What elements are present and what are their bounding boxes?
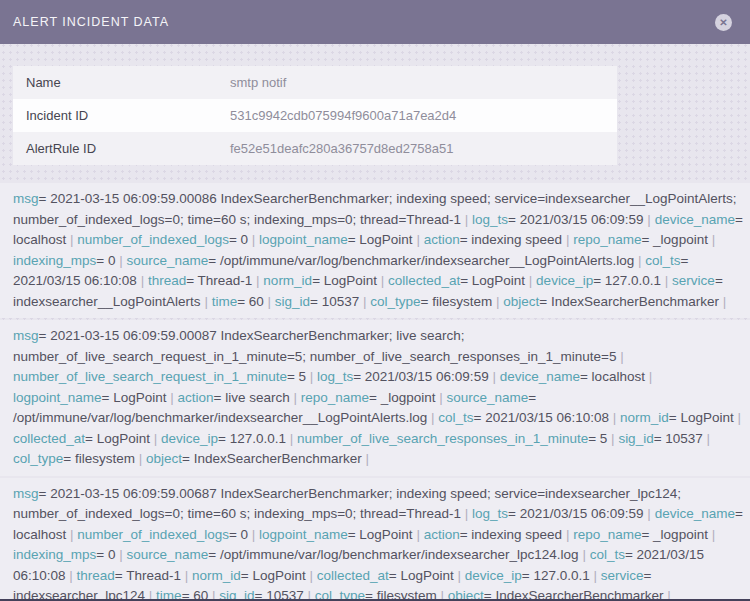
log-field-value: = LogPoint — [312, 273, 377, 288]
log-field-key[interactable]: col_type — [370, 294, 420, 309]
log-field-key[interactable]: logpoint_name — [259, 232, 348, 247]
log-field-key[interactable]: collected_at — [317, 568, 389, 583]
pipe-separator: | — [492, 294, 503, 309]
pipe-separator: | — [607, 431, 618, 446]
log-field-key[interactable]: thread — [148, 273, 186, 288]
pipe-separator: | — [286, 431, 297, 446]
log-field-value: = 0 — [96, 547, 115, 562]
close-button[interactable]: ✕ — [715, 14, 732, 31]
pipe-separator: | — [66, 232, 77, 247]
pipe-separator: | — [616, 349, 623, 364]
log-field-key[interactable]: number_of_live_search_request_in_1_minut… — [13, 369, 287, 384]
log-field-key[interactable]: col_ts — [438, 410, 473, 425]
log-field-key[interactable]: object — [503, 294, 539, 309]
log-field-key[interactable]: sig_id — [275, 294, 310, 309]
row-label: Name — [13, 75, 230, 90]
log-field-value: = /opt/immune/var/log/benchmarker/indexs… — [208, 253, 634, 268]
log-field-key[interactable]: col_type — [13, 451, 63, 466]
pipe-separator: | — [562, 527, 573, 542]
pipe-separator: | — [115, 547, 126, 562]
log-field-value: = LogPoint — [102, 390, 167, 405]
log-field-key[interactable]: thread — [77, 568, 115, 583]
log-field-key[interactable]: norm_id — [192, 568, 241, 583]
pipe-separator: | — [413, 527, 424, 542]
log-field-key[interactable]: logpoint_name — [13, 390, 102, 405]
log-field-value: = _logpoint — [369, 390, 435, 405]
pipe-separator: | — [359, 294, 370, 309]
pipe-separator: | — [590, 568, 601, 583]
log-field-key[interactable]: col_ts — [590, 547, 625, 562]
log-field-value: = live search — [214, 390, 290, 405]
log-field-value: = 5 — [287, 369, 306, 384]
log-field-key[interactable]: norm_id — [263, 273, 312, 288]
pipe-separator: | — [645, 369, 652, 384]
log-field-key[interactable]: device_name — [500, 369, 580, 384]
pipe-separator: | — [703, 431, 710, 446]
table-row: Namesmtp notif — [13, 66, 617, 99]
log-event-block: msg= 2021-03-15 06:09:59.00687 IndexSear… — [0, 478, 750, 601]
log-field-key[interactable]: msg — [13, 191, 39, 206]
pipe-separator: | — [377, 273, 388, 288]
log-field-key[interactable]: device_ip — [161, 431, 218, 446]
log-field-key[interactable]: number_of_indexed_logs — [77, 232, 229, 247]
log-field-key[interactable]: col_ts — [645, 253, 680, 268]
log-field-value: = Thread-1 — [115, 568, 181, 583]
log-field-key[interactable]: number_of_live_search_responses_in_1_min… — [297, 431, 588, 446]
log-field-value: = 5 — [588, 431, 607, 446]
log-field-key[interactable]: indexing_mps — [13, 253, 96, 268]
log-field-key[interactable]: collected_at — [388, 273, 460, 288]
log-field-key[interactable]: time — [212, 294, 238, 309]
pipe-separator: | — [66, 568, 77, 583]
pipe-separator: | — [248, 232, 259, 247]
log-field-key[interactable]: msg — [13, 328, 39, 343]
pipe-separator: | — [634, 253, 645, 268]
log-field-key[interactable]: service — [672, 273, 715, 288]
pipe-separator: | — [306, 568, 317, 583]
pipe-separator: | — [248, 527, 259, 542]
log-field-value: = filesystem — [421, 294, 493, 309]
pipe-separator: | — [525, 273, 536, 288]
log-field-key[interactable]: device_name — [655, 506, 735, 521]
log-field-value: = indexing speed — [460, 232, 562, 247]
row-value: 531c9942cdb075994f9600a71a7ea2d4 — [230, 108, 456, 123]
log-field-value: = 2021/03/15 06:09:59 — [508, 212, 644, 227]
log-field-key[interactable]: service — [601, 568, 644, 583]
log-field-key[interactable]: logpoint_name — [259, 527, 348, 542]
log-field-key[interactable]: norm_id — [620, 410, 669, 425]
log-field-key[interactable]: repo_name — [573, 232, 641, 247]
log-event-block: msg= 2021-03-15 06:09:59.00087 IndexSear… — [0, 320, 750, 476]
log-field-key[interactable]: source_name — [126, 547, 208, 562]
log-field-key[interactable]: action — [178, 390, 214, 405]
log-field-key[interactable]: repo_name — [573, 527, 641, 542]
log-field-key[interactable]: device_ip — [465, 568, 522, 583]
pipe-separator: | — [252, 273, 263, 288]
pipe-separator: | — [167, 390, 178, 405]
log-field-key[interactable]: device_name — [655, 212, 735, 227]
log-field-key[interactable]: log_ts — [472, 212, 508, 227]
pipe-separator: | — [362, 451, 369, 466]
pipe-separator: | — [489, 369, 500, 384]
pipe-separator: | — [719, 294, 726, 309]
log-field-key[interactable]: msg — [13, 486, 39, 501]
row-value: smtp notif — [230, 75, 286, 90]
log-field-key[interactable]: sig_id — [618, 431, 653, 446]
log-field-key[interactable]: device_ip — [536, 273, 593, 288]
log-field-key[interactable]: log_ts — [472, 506, 508, 521]
log-field-value: = 2021/03/15 06:09:59 — [353, 369, 489, 384]
incident-table: Namesmtp notifIncident ID531c9942cdb0759… — [13, 66, 617, 165]
log-field-key[interactable]: action — [424, 232, 460, 247]
log-field-key[interactable]: repo_name — [301, 390, 369, 405]
table-row: Incident ID531c9942cdb075994f9600a71a7ea… — [13, 99, 617, 132]
log-field-key[interactable]: source_name — [447, 390, 529, 405]
log-event-block: msg= 2021-03-15 06:09:59.00086 IndexSear… — [0, 183, 750, 318]
log-field-key[interactable]: object — [146, 451, 182, 466]
log-field-key[interactable]: log_ts — [317, 369, 353, 384]
log-field-key[interactable]: number_of_indexed_logs — [77, 527, 229, 542]
pipe-separator: | — [290, 390, 301, 405]
pipe-separator: | — [150, 431, 161, 446]
log-field-key[interactable]: action — [424, 527, 460, 542]
log-field-key[interactable]: indexing_mps — [13, 547, 96, 562]
log-field-value: = 2021-03-15 06:09:59.00087 IndexSearche… — [13, 328, 616, 364]
log-field-key[interactable]: source_name — [126, 253, 208, 268]
log-field-key[interactable]: collected_at — [13, 431, 85, 446]
